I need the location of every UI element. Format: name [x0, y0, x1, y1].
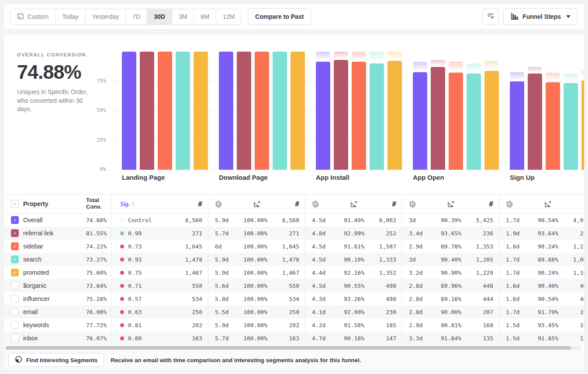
bar-promoted[interactable] — [194, 52, 208, 170]
significance-dot — [120, 323, 124, 327]
bar-search[interactable] — [564, 83, 578, 170]
date-range-30d[interactable]: 30D — [147, 9, 172, 24]
step-cells: 1.5d91.85%124 — [499, 332, 585, 345]
conversion-rate-value: 100.00% — [235, 269, 267, 276]
view-selector-button[interactable]: Funnel Steps — [503, 8, 578, 25]
scrollbar-thumb[interactable] — [6, 346, 571, 350]
funnel-chart-plot — [122, 52, 585, 170]
date-range-3m[interactable]: 3M — [172, 9, 194, 24]
funnel-step-group-download-page — [219, 52, 305, 170]
avg-time-value: 4.5d — [305, 256, 332, 263]
table-row-promoted: ✓promoted75.60%0.751,4675.9d100.00%1,467… — [4, 266, 585, 279]
significance-value: 0.71 — [128, 283, 142, 289]
bar-sidebar[interactable] — [352, 62, 366, 170]
conversion-rate-icon[interactable] — [447, 200, 455, 208]
bar-promoted[interactable] — [291, 52, 305, 170]
avg-time-value: 5.7d — [208, 230, 235, 237]
landing-page-cells: 0.57534 — [111, 292, 208, 305]
bar-slot — [237, 52, 251, 170]
count-icon[interactable]: # — [261, 200, 305, 208]
bar-search[interactable] — [273, 52, 287, 170]
step-count: 6,560 — [152, 217, 208, 224]
segment-checkbox[interactable] — [11, 282, 19, 290]
segment-checkbox[interactable]: ✓ — [11, 255, 19, 263]
previous-step-ghost-cap — [413, 62, 427, 71]
bar-overall[interactable] — [122, 52, 136, 170]
previous-step-ghost-cap — [449, 62, 463, 72]
bar-promoted[interactable] — [387, 61, 402, 170]
conversion-rate-icon[interactable] — [350, 200, 358, 208]
bar-sidebar[interactable] — [255, 52, 269, 170]
find-interesting-segments-button[interactable]: Find Interesting Segments — [8, 353, 104, 367]
significance-sort-header[interactable]: Sig. ↑ — [120, 200, 135, 208]
step-count: 185 — [364, 322, 402, 329]
avg-time-value: 4.1d — [305, 309, 332, 315]
bar-overall[interactable] — [413, 72, 427, 170]
total-conv-column-header[interactable]: Total Conv. — [80, 197, 111, 210]
avg-time-icon[interactable] — [506, 200, 513, 208]
bar-referral-link[interactable] — [237, 52, 251, 170]
bar-promoted[interactable] — [484, 71, 499, 170]
segment-checkbox[interactable]: ✓ — [11, 216, 19, 224]
bar-search[interactable] — [176, 52, 190, 170]
bar-referral-link[interactable] — [140, 52, 154, 170]
bar-referral-link[interactable] — [528, 73, 542, 170]
date-range-custom[interactable]: Custom — [10, 9, 55, 24]
step-count: 271 — [267, 230, 305, 237]
bar-slot — [431, 52, 445, 170]
bar-sidebar[interactable] — [546, 82, 560, 170]
avg-time-value: 5.7d — [208, 335, 235, 342]
segment-checkbox[interactable] — [11, 295, 19, 303]
bar-search[interactable] — [467, 73, 481, 170]
step-cells: 4.2d91.58%185 — [305, 318, 402, 332]
count-icon[interactable]: # — [358, 200, 402, 208]
bar-sidebar[interactable] — [158, 52, 172, 170]
select-all-checkbox[interactable]: – — [11, 200, 19, 208]
bar-referral-link[interactable] — [431, 67, 445, 170]
count-icon[interactable]: # — [552, 200, 585, 208]
chart-options-button[interactable] — [482, 8, 499, 25]
bar-promoted[interactable] — [581, 80, 585, 170]
step-count: 221 — [558, 230, 585, 237]
segment-checkbox[interactable] — [11, 308, 19, 316]
date-range-12m[interactable]: 12M — [216, 9, 241, 24]
count-icon[interactable]: # — [455, 200, 499, 208]
bar-search[interactable] — [370, 63, 384, 170]
segment-name: keywords — [23, 322, 80, 329]
property-column-header[interactable]: Property — [23, 200, 80, 207]
bar-sidebar[interactable] — [449, 73, 463, 170]
segment-checkbox[interactable] — [11, 321, 19, 329]
avg-time-value: 1.7d — [499, 309, 526, 315]
bar-overall[interactable] — [316, 62, 330, 170]
date-range-7d[interactable]: 7D — [125, 9, 147, 24]
date-range-yesterday[interactable]: Yesterday — [85, 9, 126, 24]
segment-checkbox[interactable]: ✓ — [11, 229, 19, 237]
footer-bar: Find Interesting Segments Receive an ema… — [4, 350, 584, 370]
bar-overall[interactable] — [510, 81, 524, 170]
avg-time-icon[interactable] — [215, 200, 222, 208]
avg-time-icon[interactable] — [409, 200, 416, 208]
gridline — [112, 170, 584, 170]
bar-overall[interactable] — [219, 52, 233, 170]
conversion-rate-icon[interactable] — [253, 200, 261, 208]
segment-name: email — [23, 308, 80, 315]
conversion-rate-icon[interactable] — [544, 200, 552, 208]
significance-value: 0.81 — [128, 322, 142, 329]
previous-step-ghost-cap — [510, 72, 524, 80]
conversion-rate-value: 93.64% — [526, 230, 558, 237]
avg-time-icon[interactable] — [312, 200, 319, 208]
segment-checkbox[interactable] — [11, 334, 19, 342]
bar-referral-link[interactable] — [334, 60, 348, 170]
bar-slot — [581, 52, 585, 170]
date-range-today[interactable]: Today — [55, 9, 85, 24]
step-count: 1,467 — [267, 269, 305, 276]
horizontal-scrollbar[interactable] — [6, 346, 581, 350]
bar-slot — [484, 52, 499, 170]
segment-checkbox[interactable]: ✓ — [11, 269, 19, 276]
segment-checkbox[interactable]: ✓ — [11, 242, 19, 250]
significance-value: 0.73 — [128, 243, 142, 250]
conversion-rate-value: 93.65% — [429, 230, 461, 237]
compare-to-past-button[interactable]: Compare to Past — [248, 8, 311, 25]
count-icon[interactable]: # — [135, 200, 208, 208]
date-range-6m[interactable]: 6M — [194, 9, 215, 24]
